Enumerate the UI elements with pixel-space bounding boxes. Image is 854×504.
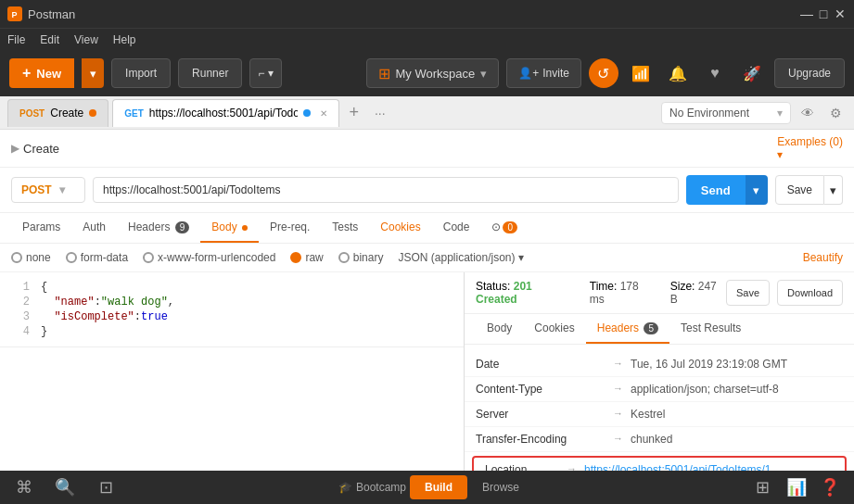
chevron-env-icon: ▾ bbox=[777, 107, 783, 120]
upgrade-button[interactable]: Upgrade bbox=[774, 58, 845, 88]
save-dropdown-button[interactable]: ▾ bbox=[824, 175, 843, 205]
titlebar-left: P Postman bbox=[7, 6, 75, 21]
menu-view[interactable]: View bbox=[74, 33, 98, 46]
send-button-group: Send ▾ bbox=[686, 175, 768, 205]
layout-icon-button[interactable]: ⊡ bbox=[93, 474, 119, 500]
send-button[interactable]: Send bbox=[686, 175, 746, 205]
resp-tab-cookies[interactable]: Cookies bbox=[523, 314, 585, 344]
titlebar: P Postman — □ ✕ bbox=[0, 0, 854, 28]
tab-params[interactable]: Params bbox=[11, 213, 71, 243]
bottom-center-nav: 🎓 Bootcamp Build Browse bbox=[338, 475, 530, 499]
bootcamp-button[interactable]: 🎓 Bootcamp bbox=[338, 481, 406, 494]
help-icon-button[interactable]: ❓ bbox=[817, 474, 843, 500]
line-number-2: 2 bbox=[7, 296, 30, 309]
new-dropdown-button[interactable]: ▾ bbox=[82, 58, 104, 88]
tab-post-create[interactable]: POST Create bbox=[7, 99, 108, 127]
heart-icon-button[interactable]: ♥ bbox=[700, 58, 730, 88]
save-button[interactable]: Save bbox=[775, 175, 824, 205]
bottom-bar: ⌘ 🔍 ⊡ 🎓 Bootcamp Build Browse ⊞ 📊 ❓ bbox=[0, 471, 854, 504]
radio-raw-icon bbox=[290, 252, 301, 263]
beautify-button[interactable]: Beautify bbox=[803, 251, 843, 264]
tab-method-get: GET bbox=[124, 108, 144, 119]
environment-selector[interactable]: No Environment ▾ bbox=[661, 102, 791, 124]
arrow-icon-transfer-encoding: → bbox=[613, 433, 623, 444]
person-plus-icon: 👤+ bbox=[518, 67, 539, 80]
workspace-selector[interactable]: ⊞ My Workspace ▾ bbox=[366, 58, 500, 88]
binary-label: binary bbox=[353, 251, 384, 264]
terminal-icon-button[interactable]: ⌘ bbox=[11, 474, 37, 500]
send-dropdown-button[interactable]: ▾ bbox=[746, 175, 768, 205]
code-line-4: 4 } bbox=[0, 324, 464, 339]
response-status-bar: Status: 201 Created Time: 178 ms Size: 2… bbox=[465, 272, 854, 314]
tab-auth[interactable]: Auth bbox=[71, 213, 117, 243]
columns-icon-button[interactable]: ⊞ bbox=[750, 474, 776, 500]
tab-indicator-blue bbox=[303, 109, 311, 117]
method-label: POST bbox=[21, 183, 52, 196]
new-button[interactable]: + New bbox=[9, 58, 74, 88]
url-input[interactable] bbox=[93, 177, 679, 203]
minimize-button[interactable]: — bbox=[800, 7, 813, 20]
option-urlencoded[interactable]: x-www-form-urlencoded bbox=[143, 251, 275, 264]
code-content-1: { bbox=[41, 281, 47, 294]
resp-tab-body[interactable]: Body bbox=[476, 314, 523, 344]
resp-tab-test-results[interactable]: Test Results bbox=[669, 314, 752, 344]
header-key-server: Server bbox=[476, 408, 605, 421]
close-button[interactable]: ✕ bbox=[834, 7, 847, 20]
code-editor-panel: 1 { 2 "name":"walk dog", 3 "isComplete":… bbox=[0, 272, 465, 495]
grid-icon: ⊞ bbox=[378, 65, 390, 82]
maximize-button[interactable]: □ bbox=[817, 7, 830, 20]
header-key-content-type: Content-Type bbox=[476, 383, 605, 396]
menu-edit[interactable]: Edit bbox=[40, 33, 59, 46]
tab-method-post: POST bbox=[19, 108, 45, 119]
comments-badge: 0 bbox=[503, 221, 517, 233]
code-editor[interactable]: 1 { 2 "name":"walk dog", 3 "isComplete":… bbox=[0, 272, 464, 347]
runner-config-button[interactable]: ⌐ ▾ bbox=[249, 58, 281, 88]
build-button[interactable]: Build bbox=[410, 475, 467, 499]
response-download-button[interactable]: Download bbox=[777, 280, 843, 306]
body-active-dot bbox=[242, 225, 248, 231]
code-line-1: 1 { bbox=[0, 280, 464, 295]
examples-link[interactable]: Examples (0) ▾ bbox=[777, 135, 843, 161]
browse-button[interactable]: Browse bbox=[471, 475, 530, 499]
json-type-selector[interactable]: JSON (application/json) ▾ bbox=[398, 251, 523, 264]
arrow-icon-server: → bbox=[613, 408, 623, 419]
tab-prereq[interactable]: Pre-req. bbox=[259, 213, 321, 243]
resp-tab-headers[interactable]: Headers 5 bbox=[586, 314, 669, 344]
sync-button[interactable]: ↺ bbox=[589, 58, 618, 88]
rocket-icon-button[interactable]: 🚀 bbox=[737, 58, 767, 88]
menu-file[interactable]: File bbox=[7, 33, 25, 46]
tab-code[interactable]: Code bbox=[432, 213, 481, 243]
header-row-server: Server → Kestrel bbox=[465, 402, 854, 427]
tab-close-icon[interactable]: ✕ bbox=[320, 108, 327, 119]
bell-icon-button[interactable]: 🔔 bbox=[663, 58, 693, 88]
option-raw[interactable]: raw bbox=[290, 251, 323, 264]
invite-button[interactable]: 👤+ Invite bbox=[506, 58, 581, 88]
chevron-examples-icon: ▾ bbox=[777, 148, 783, 161]
runner-button[interactable]: Runner bbox=[178, 58, 242, 88]
tab-cookies[interactable]: Cookies bbox=[369, 213, 431, 243]
option-binary[interactable]: binary bbox=[338, 251, 384, 264]
tab-body[interactable]: Body bbox=[200, 213, 259, 243]
import-button[interactable]: Import bbox=[111, 58, 171, 88]
add-tab-button[interactable]: + bbox=[343, 102, 365, 124]
method-chevron-icon: ▾ bbox=[59, 183, 65, 196]
tab-comments[interactable]: ⊙0 bbox=[480, 213, 529, 243]
option-none[interactable]: none bbox=[11, 251, 51, 264]
eye-icon-button[interactable]: 👁 bbox=[797, 102, 819, 124]
url-bar: POST ▾ Send ▾ Save ▾ bbox=[0, 168, 854, 213]
tab-get-todoitems[interactable]: GET https://localhost:5001/api/TodoII...… bbox=[112, 99, 339, 127]
response-save-button[interactable]: Save bbox=[726, 280, 770, 306]
more-tabs-button[interactable]: ··· bbox=[369, 102, 391, 124]
graph-icon-button[interactable]: 📊 bbox=[784, 474, 809, 500]
option-form-data[interactable]: form-data bbox=[66, 251, 128, 264]
tab-tests[interactable]: Tests bbox=[321, 213, 369, 243]
menu-help[interactable]: Help bbox=[113, 33, 136, 46]
search-icon-button[interactable]: 🔍 bbox=[52, 474, 78, 500]
tab-headers[interactable]: Headers 9 bbox=[117, 213, 200, 243]
method-selector[interactable]: POST ▾ bbox=[11, 177, 85, 203]
response-actions: Save Download bbox=[726, 280, 843, 306]
settings-icon-button[interactable]: ⚙ bbox=[824, 102, 847, 124]
env-label: No Environment bbox=[669, 107, 749, 120]
signal-icon-button[interactable]: 📶 bbox=[626, 58, 656, 88]
radio-binary-icon bbox=[338, 252, 350, 263]
